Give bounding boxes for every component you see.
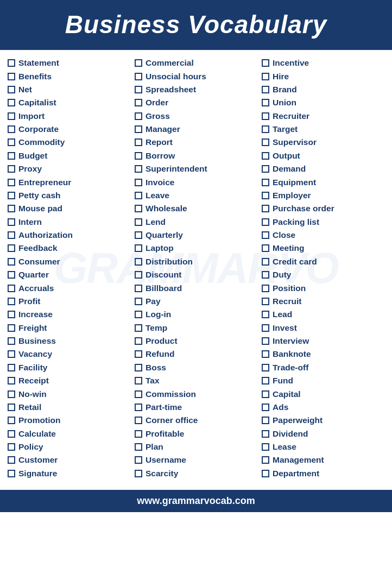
checkbox-icon[interactable] bbox=[262, 337, 269, 345]
checkbox-icon[interactable] bbox=[262, 192, 269, 199]
checkbox-icon[interactable] bbox=[135, 244, 142, 252]
checkbox-icon[interactable] bbox=[8, 112, 15, 120]
checkbox-icon[interactable] bbox=[262, 59, 269, 67]
checkbox-icon[interactable] bbox=[8, 258, 15, 266]
checkbox-icon[interactable] bbox=[262, 271, 269, 279]
checkbox-icon[interactable] bbox=[135, 231, 142, 239]
checkbox-icon[interactable] bbox=[8, 165, 15, 173]
checkbox-icon[interactable] bbox=[135, 205, 142, 212]
checkbox-icon[interactable] bbox=[8, 443, 15, 451]
checkbox-icon[interactable] bbox=[8, 430, 15, 438]
checkbox-icon[interactable] bbox=[262, 390, 269, 398]
checkbox-icon[interactable] bbox=[135, 258, 142, 266]
checkbox-icon[interactable] bbox=[262, 443, 269, 451]
checkbox-icon[interactable] bbox=[8, 192, 15, 199]
checkbox-icon[interactable] bbox=[262, 364, 269, 371]
checkbox-icon[interactable] bbox=[262, 324, 269, 332]
checkbox-icon[interactable] bbox=[262, 205, 269, 212]
checkbox-icon[interactable] bbox=[262, 244, 269, 252]
checkbox-icon[interactable] bbox=[8, 470, 15, 477]
checkbox-icon[interactable] bbox=[8, 138, 15, 146]
checkbox-icon[interactable] bbox=[262, 218, 269, 226]
checkbox-icon[interactable] bbox=[262, 258, 269, 266]
checkbox-icon[interactable] bbox=[8, 377, 15, 384]
checkbox-icon[interactable] bbox=[262, 404, 269, 411]
checkbox-icon[interactable] bbox=[135, 138, 142, 146]
checkbox-icon[interactable] bbox=[8, 218, 15, 226]
checkbox-icon[interactable] bbox=[262, 125, 269, 133]
checkbox-icon[interactable] bbox=[262, 417, 269, 424]
checkbox-icon[interactable] bbox=[262, 99, 269, 106]
checkbox-icon[interactable] bbox=[135, 59, 142, 67]
checkbox-icon[interactable] bbox=[262, 350, 269, 358]
checkbox-icon[interactable] bbox=[8, 404, 15, 411]
checkbox-icon[interactable] bbox=[262, 179, 269, 186]
checkbox-icon[interactable] bbox=[8, 417, 15, 424]
checkbox-icon[interactable] bbox=[8, 99, 15, 106]
checkbox-icon[interactable] bbox=[135, 99, 142, 106]
checkbox-icon[interactable] bbox=[262, 430, 269, 438]
checkbox-icon[interactable] bbox=[135, 179, 142, 186]
checkbox-icon[interactable] bbox=[262, 138, 269, 146]
checkbox-icon[interactable] bbox=[262, 470, 269, 477]
checkbox-icon[interactable] bbox=[135, 152, 142, 160]
list-item: Quarter bbox=[8, 268, 130, 281]
checkbox-icon[interactable] bbox=[8, 244, 15, 252]
checkbox-icon[interactable] bbox=[8, 86, 15, 93]
checkbox-icon[interactable] bbox=[135, 112, 142, 120]
checkbox-icon[interactable] bbox=[8, 59, 15, 67]
list-item: Profit bbox=[8, 295, 130, 308]
checkbox-icon[interactable] bbox=[262, 73, 269, 80]
checkbox-icon[interactable] bbox=[8, 350, 15, 358]
checkbox-icon[interactable] bbox=[135, 298, 142, 305]
checkbox-icon[interactable] bbox=[8, 324, 15, 332]
checkbox-icon[interactable] bbox=[8, 73, 15, 80]
checkbox-icon[interactable] bbox=[262, 231, 269, 239]
checkbox-icon[interactable] bbox=[8, 179, 15, 186]
checkbox-icon[interactable] bbox=[135, 350, 142, 358]
checkbox-icon[interactable] bbox=[135, 443, 142, 451]
checkbox-icon[interactable] bbox=[135, 125, 142, 133]
checkbox-icon[interactable] bbox=[8, 271, 15, 279]
checkbox-icon[interactable] bbox=[262, 298, 269, 305]
checkbox-icon[interactable] bbox=[262, 285, 269, 292]
checkbox-icon[interactable] bbox=[8, 298, 15, 305]
checkbox-icon[interactable] bbox=[262, 377, 269, 384]
checkbox-icon[interactable] bbox=[135, 165, 142, 173]
checkbox-icon[interactable] bbox=[135, 271, 142, 279]
checkbox-icon[interactable] bbox=[8, 125, 15, 133]
checkbox-icon[interactable] bbox=[135, 456, 142, 464]
checkbox-icon[interactable] bbox=[262, 152, 269, 160]
checkbox-icon[interactable] bbox=[135, 364, 142, 371]
checkbox-icon[interactable] bbox=[135, 86, 142, 93]
checkbox-icon[interactable] bbox=[135, 470, 142, 477]
checkbox-icon[interactable] bbox=[135, 311, 142, 318]
checkbox-icon[interactable] bbox=[8, 311, 15, 318]
checkbox-icon[interactable] bbox=[262, 86, 269, 93]
checkbox-icon[interactable] bbox=[8, 152, 15, 160]
checkbox-icon[interactable] bbox=[135, 377, 142, 384]
checkbox-icon[interactable] bbox=[8, 205, 15, 212]
checkbox-icon[interactable] bbox=[262, 165, 269, 173]
vocab-word: Laptop bbox=[146, 243, 174, 253]
checkbox-icon[interactable] bbox=[135, 430, 142, 438]
checkbox-icon[interactable] bbox=[262, 311, 269, 318]
checkbox-icon[interactable] bbox=[135, 337, 142, 345]
checkbox-icon[interactable] bbox=[8, 285, 15, 292]
checkbox-icon[interactable] bbox=[135, 192, 142, 199]
checkbox-icon[interactable] bbox=[8, 364, 15, 371]
checkbox-icon[interactable] bbox=[135, 285, 142, 292]
checkbox-icon[interactable] bbox=[8, 390, 15, 398]
vocab-word: Department bbox=[273, 469, 319, 478]
checkbox-icon[interactable] bbox=[8, 456, 15, 464]
checkbox-icon[interactable] bbox=[8, 231, 15, 239]
checkbox-icon[interactable] bbox=[8, 337, 15, 345]
checkbox-icon[interactable] bbox=[135, 390, 142, 398]
checkbox-icon[interactable] bbox=[135, 404, 142, 411]
checkbox-icon[interactable] bbox=[135, 417, 142, 424]
checkbox-icon[interactable] bbox=[262, 456, 269, 464]
checkbox-icon[interactable] bbox=[135, 324, 142, 332]
checkbox-icon[interactable] bbox=[135, 218, 142, 226]
checkbox-icon[interactable] bbox=[135, 73, 142, 80]
checkbox-icon[interactable] bbox=[262, 112, 269, 120]
